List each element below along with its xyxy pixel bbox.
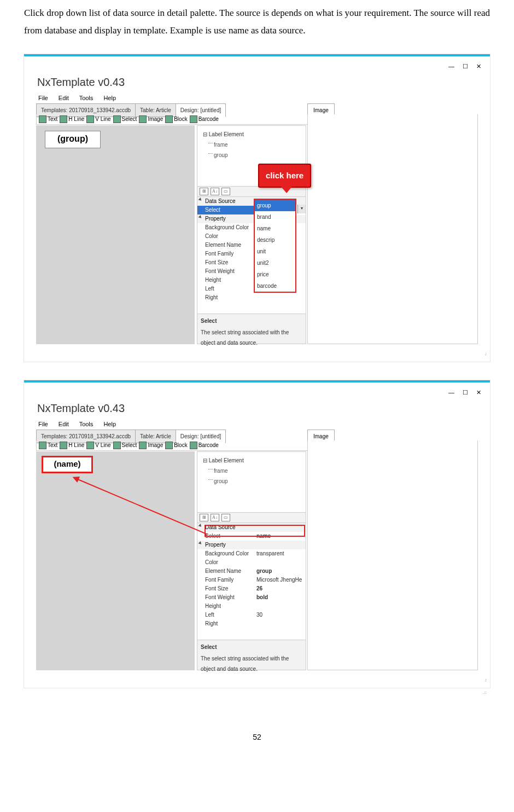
image-preview-panel xyxy=(307,114,478,344)
resize-grip[interactable]: .:: xyxy=(485,675,486,685)
tool-block[interactable]: Block xyxy=(165,114,187,124)
resize-grip[interactable]: .:: xyxy=(485,349,486,358)
screenshot-1: — ☐ ✕ NxTemplate v0.43 File Edit Tools H… xyxy=(24,54,490,362)
sort-icon[interactable]: A↓ xyxy=(211,188,219,195)
menu-bar[interactable]: File Edit Tools Help xyxy=(38,92,125,104)
design-canvas[interactable]: (group) xyxy=(36,125,195,344)
tool-text[interactable]: Text xyxy=(39,114,57,124)
menu-bar[interactable]: File Edit Tools Help xyxy=(38,419,125,430)
barcode-icon xyxy=(190,115,197,123)
hline-icon xyxy=(60,115,67,123)
element-tree[interactable]: ⊟ Label Element frame group xyxy=(197,452,306,512)
vline-icon xyxy=(86,115,94,123)
property-toolbar: ⊞ A↓ ▭ xyxy=(197,512,306,523)
tool-select[interactable]: Select xyxy=(113,440,137,450)
menu-edit[interactable]: Edit xyxy=(59,421,69,427)
tree-frame[interactable]: frame xyxy=(214,140,302,150)
image-icon xyxy=(139,442,147,449)
menu-file[interactable]: File xyxy=(38,95,48,101)
hline-icon xyxy=(60,442,67,449)
properties-panel: ⊟ Label Element frame group ⊞ A↓ ▭ Data … xyxy=(197,451,306,670)
dd-option-price[interactable]: price xyxy=(255,269,295,280)
tool-hline[interactable]: H Line xyxy=(60,114,84,124)
tool-barcode[interactable]: Barcode xyxy=(190,114,219,124)
menu-tools[interactable]: Tools xyxy=(79,421,94,427)
block-icon xyxy=(165,115,173,123)
data-source-dropdown[interactable]: group brand name descrip unit unit2 pric… xyxy=(254,199,296,293)
dd-option-name[interactable]: name xyxy=(255,223,295,234)
tool-hline[interactable]: H Line xyxy=(60,440,84,450)
block-icon xyxy=(165,442,173,449)
property-description: Select The select string associated with… xyxy=(197,314,306,344)
menu-tools[interactable]: Tools xyxy=(79,95,94,101)
tree-group[interactable]: group xyxy=(214,476,302,486)
window-controls[interactable]: — ☐ ✕ xyxy=(448,61,484,72)
window-controls[interactable]: — ☐ ✕ xyxy=(448,387,484,398)
annotation-highlight-box xyxy=(205,525,305,537)
tree-frame[interactable]: frame xyxy=(214,466,302,476)
canvas-text-element[interactable]: (group) xyxy=(45,131,101,148)
outer-resize-grip: .:: xyxy=(24,688,490,697)
tool-vline[interactable]: V Line xyxy=(86,114,110,124)
tool-image[interactable]: Image xyxy=(139,114,163,124)
page-icon[interactable]: ▭ xyxy=(221,514,230,521)
screenshot-2: — ☐ ✕ NxTemplate v0.43 File Edit Tools H… xyxy=(24,380,490,688)
dd-option-group[interactable]: group xyxy=(255,200,295,211)
dd-option-unit2[interactable]: unit2 xyxy=(255,257,295,269)
vline-icon xyxy=(86,442,94,449)
design-canvas[interactable]: (name) xyxy=(36,451,195,670)
sort-icon[interactable]: A↓ xyxy=(211,514,219,521)
app-title: NxTemplate v0.43 xyxy=(37,398,125,419)
tool-image[interactable]: Image xyxy=(139,440,163,450)
tool-block[interactable]: Block xyxy=(165,440,187,450)
app-title: NxTemplate v0.43 xyxy=(37,72,125,92)
dd-option-descrip[interactable]: descrip xyxy=(255,234,295,246)
intro-paragraph: Click drop down list of data source in d… xyxy=(24,4,490,40)
categorize-icon[interactable]: ⊞ xyxy=(200,188,208,195)
canvas-text-element[interactable]: (name) xyxy=(42,456,93,473)
page-icon[interactable]: ▭ xyxy=(221,188,230,195)
menu-edit[interactable]: Edit xyxy=(59,95,69,101)
menu-help[interactable]: Help xyxy=(103,421,116,427)
menu-file[interactable]: File xyxy=(38,421,48,427)
tool-barcode[interactable]: Barcode xyxy=(190,440,219,450)
text-icon xyxy=(39,115,46,123)
select-icon xyxy=(113,115,121,123)
image-icon xyxy=(139,115,147,123)
barcode-icon xyxy=(190,442,197,449)
image-preview-panel xyxy=(307,440,478,670)
tool-vline[interactable]: V Line xyxy=(86,440,110,450)
property-description: Select The select string associated with… xyxy=(197,640,306,670)
tool-text[interactable]: Text xyxy=(39,440,57,450)
dd-option-unit[interactable]: unit xyxy=(255,246,295,257)
tool-select[interactable]: Select xyxy=(113,114,137,124)
tree-group[interactable]: group xyxy=(214,150,302,160)
dd-option-barcode[interactable]: barcode xyxy=(255,280,295,292)
menu-help[interactable]: Help xyxy=(103,95,116,101)
dropdown-button[interactable]: ▾ xyxy=(297,205,306,213)
property-grid[interactable]: Data Source Select name Property Backgro… xyxy=(197,523,306,640)
dd-option-brand[interactable]: brand xyxy=(255,211,295,223)
callout-click-here: click here xyxy=(258,164,311,188)
select-icon xyxy=(113,442,121,449)
text-icon xyxy=(39,442,46,449)
page-number: 52 xyxy=(24,730,490,745)
categorize-icon[interactable]: ⊞ xyxy=(200,514,208,521)
